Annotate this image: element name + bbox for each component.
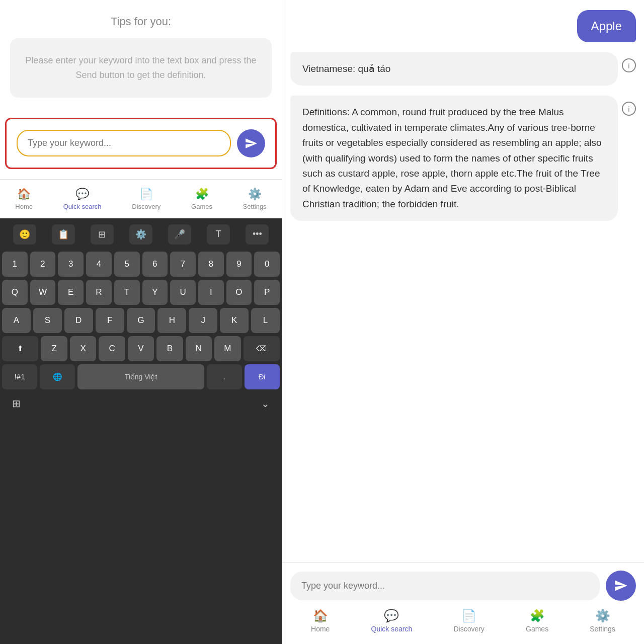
right-quick-search-icon: 💬 (384, 609, 399, 623)
nav-item-home[interactable]: 🏠 Home (9, 185, 39, 213)
q-row: Q W E R T Y U I O P (2, 280, 280, 305)
mic-key[interactable]: 🎤 (168, 224, 191, 245)
nav-label-quick-search: Quick search (63, 203, 102, 210)
key-d[interactable]: D (64, 308, 93, 333)
nav-label-settings: Settings (243, 203, 267, 210)
key-8[interactable]: 8 (198, 252, 224, 277)
quick-search-icon: 💬 (75, 188, 89, 201)
right-nav-quick-search[interactable]: 💬 Quick search (371, 609, 413, 633)
key-w[interactable]: W (30, 280, 56, 305)
right-nav: 🏠 Home 💬 Quick search 📄 Discovery 🧩 Game… (290, 606, 636, 636)
action-key[interactable]: Đi (245, 364, 280, 389)
right-send-button[interactable] (606, 571, 636, 601)
key-l[interactable]: L (251, 308, 280, 333)
key-i[interactable]: I (198, 280, 224, 305)
grid-key[interactable]: ⊞ (91, 224, 114, 245)
key-b[interactable]: B (156, 336, 183, 361)
bot-message-1-wrapper: Vietnamese: quả táo i (290, 52, 636, 86)
num-switch-key[interactable]: !#1 (2, 364, 37, 389)
lang-key[interactable]: 🌐 (40, 364, 75, 389)
key-o[interactable]: O (226, 280, 252, 305)
info-icon-1[interactable]: i (622, 58, 636, 72)
a-row: A S D F G H J K L (2, 308, 280, 333)
key-5[interactable]: 5 (114, 252, 140, 277)
key-u[interactable]: U (170, 280, 196, 305)
key-1[interactable]: 1 (2, 252, 28, 277)
key-y[interactable]: Y (142, 280, 168, 305)
right-nav-home[interactable]: 🏠 Home (311, 609, 330, 633)
right-nav-label-games: Games (526, 625, 548, 633)
emoji-key[interactable]: 🙂 (13, 224, 36, 245)
right-nav-discovery[interactable]: 📄 Discovery (453, 609, 484, 633)
period-key[interactable]: . (207, 364, 242, 389)
right-panel: Apple Vietnamese: quả táo i Definitions:… (282, 0, 644, 644)
left-panel: Tips for you: Please enter your keyword … (0, 0, 282, 644)
search-input[interactable] (17, 130, 231, 156)
right-nav-label-discovery: Discovery (453, 625, 484, 633)
right-home-icon: 🏠 (313, 609, 328, 623)
key-v[interactable]: V (128, 336, 154, 361)
user-message: Apple (577, 10, 636, 42)
right-nav-label-home: Home (311, 625, 330, 633)
nav-label-home: Home (15, 203, 33, 210)
grid-bottom-icon[interactable]: ⊞ (12, 397, 21, 410)
right-nav-settings[interactable]: ⚙️ Settings (590, 609, 615, 633)
text-key[interactable]: T (207, 224, 230, 245)
key-q[interactable]: Q (2, 280, 28, 305)
nav-item-discovery[interactable]: 📄 Discovery (126, 185, 167, 213)
backspace-key[interactable]: ⌫ (244, 336, 280, 361)
bot-message-2: Definitions: A common, round fruit produ… (290, 96, 618, 221)
clipboard-key[interactable]: 📋 (52, 224, 75, 245)
space-key[interactable]: Tiếng Việt (77, 364, 204, 389)
right-search-input[interactable] (290, 572, 600, 600)
key-e[interactable]: E (58, 280, 84, 305)
key-x[interactable]: X (70, 336, 96, 361)
key-k[interactable]: K (220, 308, 249, 333)
key-g[interactable]: G (127, 308, 155, 333)
send-button[interactable] (237, 129, 265, 157)
right-nav-label-settings: Settings (590, 625, 615, 633)
chevron-down-icon[interactable]: ⌄ (261, 397, 270, 410)
key-m[interactable]: M (214, 336, 240, 361)
z-row: ⬆ Z X C V B N M ⌫ (2, 336, 280, 361)
key-9[interactable]: 9 (226, 252, 252, 277)
more-key[interactable]: ••• (246, 224, 269, 245)
games-icon: 🧩 (195, 188, 209, 201)
tips-box: Please enter your keyword into the text … (10, 38, 272, 98)
nav-label-discovery: Discovery (132, 203, 160, 210)
key-2[interactable]: 2 (30, 252, 56, 277)
settings-key[interactable]: ⚙️ (129, 224, 152, 245)
key-t[interactable]: T (114, 280, 140, 305)
key-z[interactable]: Z (41, 336, 67, 361)
key-n[interactable]: N (186, 336, 212, 361)
key-7[interactable]: 7 (170, 252, 196, 277)
bot-message-1: Vietnamese: quả táo (290, 52, 618, 86)
bottom-key-row: !#1 🌐 Tiếng Việt . Đi (2, 364, 280, 389)
bot-message-2-wrapper: Definitions: A common, round fruit produ… (290, 96, 636, 221)
info-icon-2[interactable]: i (622, 102, 636, 116)
keyboard-toolbar: 🙂 📋 ⊞ ⚙️ 🎤 T ••• (2, 222, 280, 249)
nav-item-quick-search[interactable]: 💬 Quick search (57, 185, 108, 213)
key-p[interactable]: P (254, 280, 280, 305)
discovery-icon: 📄 (139, 188, 153, 201)
key-3[interactable]: 3 (58, 252, 84, 277)
nav-label-games: Games (191, 203, 212, 210)
key-0[interactable]: 0 (254, 252, 280, 277)
shift-key[interactable]: ⬆ (2, 336, 38, 361)
key-c[interactable]: C (99, 336, 125, 361)
keyboard-bottom-bar: ⊞ ⌄ (2, 392, 280, 413)
key-f[interactable]: F (96, 308, 124, 333)
nav-item-games[interactable]: 🧩 Games (185, 185, 218, 213)
tips-section: Tips for you: Please enter your keyword … (0, 0, 282, 108)
key-j[interactable]: J (189, 308, 217, 333)
right-nav-games[interactable]: 🧩 Games (526, 609, 548, 633)
nav-item-settings[interactable]: ⚙️ Settings (237, 185, 273, 213)
key-s[interactable]: S (33, 308, 62, 333)
key-a[interactable]: A (2, 308, 31, 333)
key-6[interactable]: 6 (142, 252, 168, 277)
key-r[interactable]: R (86, 280, 112, 305)
number-row: 1 2 3 4 5 6 7 8 9 0 (2, 252, 280, 277)
key-h[interactable]: H (157, 308, 186, 333)
right-settings-icon: ⚙️ (595, 609, 610, 623)
key-4[interactable]: 4 (86, 252, 112, 277)
